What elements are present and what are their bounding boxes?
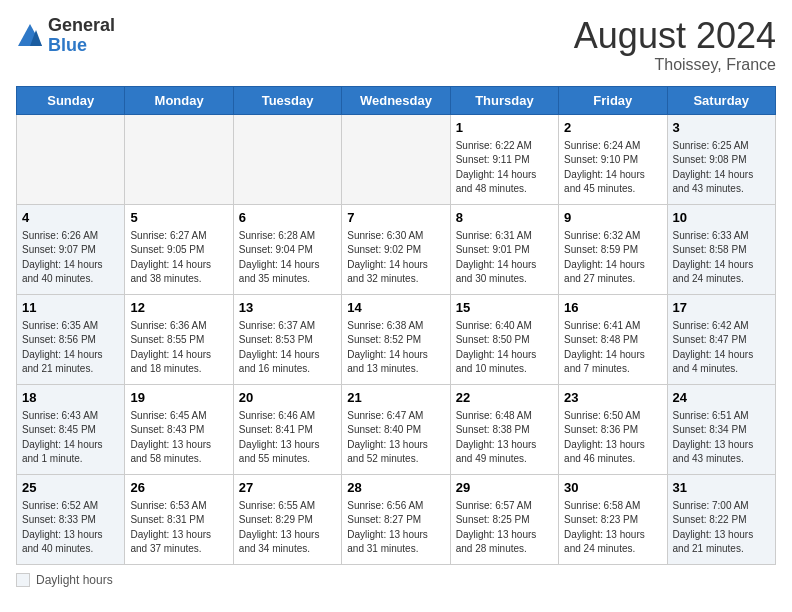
day-of-week-monday: Monday [125,86,233,114]
logo: General Blue [16,16,115,56]
day-info: Sunrise: 6:57 AMSunset: 8:25 PMDaylight:… [456,499,553,557]
calendar-cell [342,114,450,204]
day-number: 13 [239,299,336,317]
title-area: August 2024 Thoissey, France [574,16,776,74]
day-info: Sunrise: 6:31 AMSunset: 9:01 PMDaylight:… [456,229,553,287]
day-number: 30 [564,479,661,497]
calendar-cell: 3Sunrise: 6:25 AMSunset: 9:08 PMDaylight… [667,114,775,204]
month-year: August 2024 [574,16,776,56]
day-info: Sunrise: 6:53 AMSunset: 8:31 PMDaylight:… [130,499,227,557]
calendar-cell: 31Sunrise: 7:00 AMSunset: 8:22 PMDayligh… [667,474,775,564]
calendar-cell: 20Sunrise: 6:46 AMSunset: 8:41 PMDayligh… [233,384,341,474]
day-number: 25 [22,479,119,497]
day-number: 2 [564,119,661,137]
calendar-cell [17,114,125,204]
calendar-week-row: 1Sunrise: 6:22 AMSunset: 9:11 PMDaylight… [17,114,776,204]
day-info: Sunrise: 6:32 AMSunset: 8:59 PMDaylight:… [564,229,661,287]
day-number: 4 [22,209,119,227]
calendar-cell: 11Sunrise: 6:35 AMSunset: 8:56 PMDayligh… [17,294,125,384]
day-of-week-sunday: Sunday [17,86,125,114]
day-number: 8 [456,209,553,227]
day-info: Sunrise: 7:00 AMSunset: 8:22 PMDaylight:… [673,499,770,557]
day-number: 22 [456,389,553,407]
calendar-header-row: SundayMondayTuesdayWednesdayThursdayFrid… [17,86,776,114]
day-of-week-tuesday: Tuesday [233,86,341,114]
calendar-cell: 13Sunrise: 6:37 AMSunset: 8:53 PMDayligh… [233,294,341,384]
day-number: 5 [130,209,227,227]
day-number: 31 [673,479,770,497]
calendar-cell: 15Sunrise: 6:40 AMSunset: 8:50 PMDayligh… [450,294,558,384]
day-number: 26 [130,479,227,497]
day-info: Sunrise: 6:26 AMSunset: 9:07 PMDaylight:… [22,229,119,287]
calendar-cell: 30Sunrise: 6:58 AMSunset: 8:23 PMDayligh… [559,474,667,564]
day-number: 20 [239,389,336,407]
calendar-cell: 23Sunrise: 6:50 AMSunset: 8:36 PMDayligh… [559,384,667,474]
calendar-cell: 22Sunrise: 6:48 AMSunset: 8:38 PMDayligh… [450,384,558,474]
legend-label: Daylight hours [36,573,113,587]
calendar-cell: 16Sunrise: 6:41 AMSunset: 8:48 PMDayligh… [559,294,667,384]
day-info: Sunrise: 6:58 AMSunset: 8:23 PMDaylight:… [564,499,661,557]
day-number: 11 [22,299,119,317]
day-info: Sunrise: 6:46 AMSunset: 8:41 PMDaylight:… [239,409,336,467]
calendar-cell [125,114,233,204]
day-info: Sunrise: 6:22 AMSunset: 9:11 PMDaylight:… [456,139,553,197]
calendar-cell: 8Sunrise: 6:31 AMSunset: 9:01 PMDaylight… [450,204,558,294]
day-number: 28 [347,479,444,497]
calendar-cell: 17Sunrise: 6:42 AMSunset: 8:47 PMDayligh… [667,294,775,384]
legend-box [16,573,30,587]
logo-icon [16,22,44,50]
day-number: 14 [347,299,444,317]
day-of-week-friday: Friday [559,86,667,114]
day-of-week-saturday: Saturday [667,86,775,114]
calendar-cell: 18Sunrise: 6:43 AMSunset: 8:45 PMDayligh… [17,384,125,474]
logo-general: General [48,16,115,36]
day-number: 7 [347,209,444,227]
calendar-cell: 27Sunrise: 6:55 AMSunset: 8:29 PMDayligh… [233,474,341,564]
calendar-cell: 2Sunrise: 6:24 AMSunset: 9:10 PMDaylight… [559,114,667,204]
calendar-cell: 28Sunrise: 6:56 AMSunset: 8:27 PMDayligh… [342,474,450,564]
day-number: 1 [456,119,553,137]
day-info: Sunrise: 6:55 AMSunset: 8:29 PMDaylight:… [239,499,336,557]
day-info: Sunrise: 6:28 AMSunset: 9:04 PMDaylight:… [239,229,336,287]
day-info: Sunrise: 6:35 AMSunset: 8:56 PMDaylight:… [22,319,119,377]
day-info: Sunrise: 6:36 AMSunset: 8:55 PMDaylight:… [130,319,227,377]
day-info: Sunrise: 6:45 AMSunset: 8:43 PMDaylight:… [130,409,227,467]
day-info: Sunrise: 6:47 AMSunset: 8:40 PMDaylight:… [347,409,444,467]
day-number: 19 [130,389,227,407]
day-number: 29 [456,479,553,497]
calendar-cell: 12Sunrise: 6:36 AMSunset: 8:55 PMDayligh… [125,294,233,384]
logo-text: General Blue [48,16,115,56]
calendar-week-row: 25Sunrise: 6:52 AMSunset: 8:33 PMDayligh… [17,474,776,564]
day-info: Sunrise: 6:33 AMSunset: 8:58 PMDaylight:… [673,229,770,287]
calendar-cell: 9Sunrise: 6:32 AMSunset: 8:59 PMDaylight… [559,204,667,294]
day-info: Sunrise: 6:42 AMSunset: 8:47 PMDaylight:… [673,319,770,377]
day-info: Sunrise: 6:38 AMSunset: 8:52 PMDaylight:… [347,319,444,377]
day-number: 23 [564,389,661,407]
day-info: Sunrise: 6:52 AMSunset: 8:33 PMDaylight:… [22,499,119,557]
calendar-cell: 21Sunrise: 6:47 AMSunset: 8:40 PMDayligh… [342,384,450,474]
day-info: Sunrise: 6:27 AMSunset: 9:05 PMDaylight:… [130,229,227,287]
day-info: Sunrise: 6:30 AMSunset: 9:02 PMDaylight:… [347,229,444,287]
day-info: Sunrise: 6:24 AMSunset: 9:10 PMDaylight:… [564,139,661,197]
calendar-cell: 7Sunrise: 6:30 AMSunset: 9:02 PMDaylight… [342,204,450,294]
calendar-week-row: 4Sunrise: 6:26 AMSunset: 9:07 PMDaylight… [17,204,776,294]
day-of-week-thursday: Thursday [450,86,558,114]
calendar-week-row: 18Sunrise: 6:43 AMSunset: 8:45 PMDayligh… [17,384,776,474]
calendar-cell: 14Sunrise: 6:38 AMSunset: 8:52 PMDayligh… [342,294,450,384]
logo-blue: Blue [48,36,115,56]
calendar-cell: 4Sunrise: 6:26 AMSunset: 9:07 PMDaylight… [17,204,125,294]
day-number: 16 [564,299,661,317]
day-number: 3 [673,119,770,137]
day-info: Sunrise: 6:41 AMSunset: 8:48 PMDaylight:… [564,319,661,377]
day-number: 9 [564,209,661,227]
day-number: 18 [22,389,119,407]
day-number: 10 [673,209,770,227]
day-number: 15 [456,299,553,317]
day-number: 17 [673,299,770,317]
calendar-cell: 6Sunrise: 6:28 AMSunset: 9:04 PMDaylight… [233,204,341,294]
day-number: 21 [347,389,444,407]
day-info: Sunrise: 6:56 AMSunset: 8:27 PMDaylight:… [347,499,444,557]
day-info: Sunrise: 6:50 AMSunset: 8:36 PMDaylight:… [564,409,661,467]
calendar-cell: 19Sunrise: 6:45 AMSunset: 8:43 PMDayligh… [125,384,233,474]
footer-legend: Daylight hours [16,573,776,587]
